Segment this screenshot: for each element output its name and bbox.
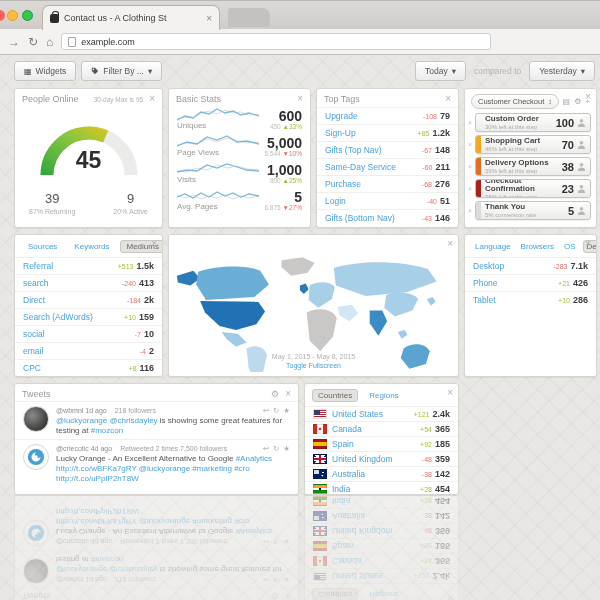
close-widget-icon[interactable]: × <box>151 239 157 249</box>
tweet-handle[interactable]: @criecotic 4d ago <box>56 445 112 452</box>
stat-row: Uniques 600 450 ▲33% <box>169 104 310 131</box>
reply-icon[interactable]: ↩ <box>263 444 269 453</box>
tab-close-icon[interactable]: × <box>206 13 212 24</box>
window-close-button[interactable] <box>0 10 5 21</box>
funnel-step[interactable]: × Delivery Options39% left at this step … <box>468 157 591 176</box>
tag-row[interactable]: Gifts (Bottom Nav)-43146 <box>317 209 458 226</box>
copy-icon[interactable]: ▤ <box>563 97 571 106</box>
tab-os[interactable]: OS <box>561 240 579 253</box>
favorite-icon[interactable]: ★ <box>283 444 290 453</box>
gear-icon[interactable]: ⚙ <box>574 97 581 106</box>
device-row[interactable]: Phone+21426 <box>465 274 596 291</box>
step-value: 100 <box>556 117 577 129</box>
close-widget-icon[interactable]: × <box>585 92 591 102</box>
funnel-step[interactable]: × Thank You5% conversion rate 5 <box>468 201 591 220</box>
source-row[interactable]: email-42 <box>15 342 162 359</box>
source-row[interactable]: search-240413 <box>15 274 162 291</box>
funnel-selector-dropdown[interactable]: Customer Checkout ↕ <box>471 94 559 109</box>
tweet-mention[interactable]: @luckyorange @chrisdayley <box>56 416 160 425</box>
browser-tab[interactable]: Contact us - A Clothing St × <box>42 5 220 30</box>
home-icon[interactable]: ⌂ <box>46 36 53 48</box>
address-input[interactable]: example.com <box>61 33 491 50</box>
stat-prev: 6.875 <box>264 204 280 211</box>
funnel-step[interactable]: × Custom Order30% left at this step 100 <box>468 113 591 132</box>
tag-row[interactable]: Upgrade-10879 <box>317 107 458 124</box>
favorite-icon[interactable]: ★ <box>283 406 290 415</box>
country-label: Spain <box>332 439 354 449</box>
source-change: +513 <box>118 263 134 270</box>
country-change: -48 <box>422 456 432 463</box>
close-widget-icon[interactable]: × <box>149 94 155 104</box>
reply-icon[interactable]: ↩ <box>263 406 269 415</box>
tag-row[interactable]: Purchase-68276 <box>317 175 458 192</box>
source-row[interactable]: Search (AdWords)+10159 <box>15 308 162 325</box>
window-zoom-button[interactable] <box>22 10 33 21</box>
source-label: Referral <box>23 261 53 271</box>
retweet-icon[interactable]: ↻ <box>273 444 279 453</box>
device-row[interactable]: Tablet+10286 <box>465 291 596 308</box>
funnel-step[interactable]: × Checkout Confirmation78% left at this … <box>468 179 591 198</box>
tab-regions[interactable]: Regions <box>363 389 404 402</box>
gear-icon[interactable]: ⚙ <box>271 389 279 399</box>
country-row[interactable]: United Kingdom-48359 <box>305 451 458 466</box>
country-row[interactable]: Canada+54365 <box>305 421 458 436</box>
close-widget-icon[interactable]: × <box>285 389 291 399</box>
tab-language[interactable]: Language <box>472 240 514 253</box>
tag-label: Login <box>325 196 346 206</box>
close-widget-icon[interactable]: × <box>297 94 303 104</box>
tab-browsers[interactable]: Browsers <box>518 240 557 253</box>
tweet-item[interactable]: @criecotic 4d ago Retweeted 2 times 7,50… <box>15 439 298 487</box>
stat-value: 1,000 <box>267 163 302 177</box>
tag-row[interactable]: Sign-Up+851.2k <box>317 124 458 141</box>
country-row[interactable]: United States+1212.4k <box>305 406 458 421</box>
tag-row[interactable]: Same-Day Service-60211 <box>317 158 458 175</box>
stat-prev: 450 <box>270 123 281 130</box>
tweet-item[interactable]: @wbmnl 1d ago 218 followers ↩ ↻ ★ @lucky… <box>15 401 298 439</box>
step-note: 46% left at this step <box>485 146 562 152</box>
country-label: Canada <box>332 424 362 434</box>
remove-step-icon[interactable]: × <box>468 141 475 148</box>
remove-step-icon[interactable]: × <box>468 207 475 214</box>
close-widget-icon[interactable]: × <box>447 239 453 249</box>
tweet-handle[interactable]: @wbmnl 1d ago <box>56 407 107 414</box>
close-widget-icon[interactable]: × <box>447 388 453 398</box>
country-change: +92 <box>420 441 432 448</box>
tab-keywords[interactable]: Keywords <box>68 240 115 253</box>
remove-step-icon[interactable]: × <box>468 185 475 192</box>
tab-sources[interactable]: Sources <box>22 240 63 253</box>
stat-label: Visits <box>177 175 259 184</box>
tag-label: Gifts (Bottom Nav) <box>325 213 395 223</box>
remove-step-icon[interactable]: × <box>468 163 475 170</box>
remove-step-icon[interactable]: × <box>468 119 475 126</box>
lucky-orange-logo-icon <box>27 448 45 466</box>
device-label: Tablet <box>473 295 496 305</box>
country-row[interactable]: Australia-38142 <box>305 466 458 481</box>
close-widget-icon[interactable]: × <box>585 239 591 249</box>
source-row[interactable]: CPC+8116 <box>15 359 162 376</box>
close-widget-icon[interactable]: × <box>445 94 451 104</box>
reload-icon[interactable]: ↻ <box>28 36 38 48</box>
country-row[interactable]: Spain+92185 <box>305 436 458 451</box>
source-row[interactable]: social-710 <box>15 325 162 342</box>
tab-countries[interactable]: Countries <box>312 389 358 402</box>
tag-row[interactable]: Login-4051 <box>317 192 458 209</box>
tweet-hashtag[interactable]: #mozcon <box>91 426 123 435</box>
yesterday-dropdown[interactable]: Yesterday ▾ <box>529 61 595 81</box>
source-label: CPC <box>23 363 41 373</box>
widgets-button[interactable]: ▦ Widgets <box>14 61 76 81</box>
country-row[interactable]: India+28454 <box>305 481 458 495</box>
today-dropdown[interactable]: Today ▾ <box>415 61 466 81</box>
new-tab-button[interactable] <box>228 8 270 27</box>
forward-icon[interactable]: → <box>8 36 20 48</box>
funnel-step[interactable]: × Shopping Cart46% left at this step 70 <box>468 135 591 154</box>
source-row[interactable]: Direct-1842k <box>15 291 162 308</box>
devices-widget: × Language Browsers OS Devices Desktop-2… <box>464 234 597 377</box>
window-minimize-button[interactable] <box>7 10 18 21</box>
filter-by-button[interactable]: Filter By ... ▾ <box>81 61 162 81</box>
stat-row: Visits 1,000 800 ▲25% <box>169 158 310 185</box>
toggle-fullscreen-link[interactable]: Toggle Fullscreen <box>169 361 458 370</box>
retweet-icon[interactable]: ↻ <box>273 406 279 415</box>
source-row[interactable]: Referral+5131.5k <box>15 257 162 274</box>
tag-row[interactable]: Gifts (Top Nav)-67148 <box>317 141 458 158</box>
device-row[interactable]: Desktop-2837.1k <box>465 257 596 274</box>
